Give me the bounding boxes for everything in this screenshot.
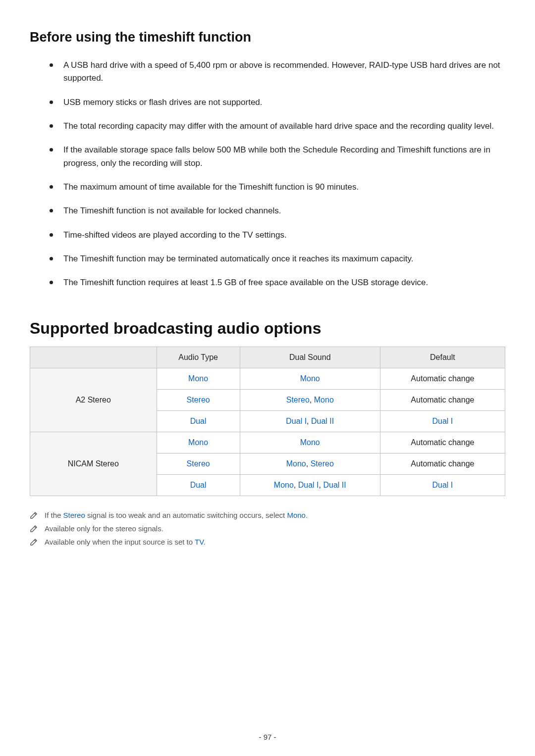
- default-cell: Automatic change: [380, 453, 505, 474]
- plain-text: .: [204, 538, 206, 546]
- audio-type-cell: Dual: [157, 474, 240, 496]
- plain-text: If the: [45, 511, 63, 519]
- footnote-text: If the Stereo signal is too weak and an …: [45, 511, 308, 519]
- footnote-text: Available only for the stereo signals.: [45, 524, 163, 533]
- dual-sound-cell: Mono: [240, 368, 380, 389]
- document-page: Before using the timeshift function A US…: [0, 0, 535, 756]
- footnote-row: Available only for the stereo signals.: [30, 524, 505, 533]
- link-text: Stereo: [187, 459, 210, 468]
- dual-sound-cell: Stereo, Mono: [240, 389, 380, 410]
- audio-type-cell: Mono: [157, 432, 240, 453]
- row-group-label: NICAM Stereo: [30, 432, 157, 496]
- link-text: Dual II: [311, 417, 334, 425]
- column-header: Dual Sound: [240, 347, 380, 368]
- footnote-row: Available only when the input source is …: [30, 538, 505, 546]
- table-header-row: Audio Type Dual Sound Default: [30, 347, 505, 368]
- list-item: The Timeshift function may be terminated…: [50, 252, 505, 265]
- link-text: Mono: [287, 511, 306, 519]
- link-text: Dual II: [323, 481, 346, 489]
- link-text: Mono: [300, 374, 320, 383]
- audio-type-cell: Dual: [157, 410, 240, 432]
- footnotes: If the Stereo signal is too weak and an …: [30, 511, 505, 546]
- timeshift-bullet-list: A USB hard drive with a speed of 5,400 r…: [50, 59, 505, 290]
- plain-text: ,: [310, 396, 314, 404]
- list-item: USB memory sticks or flash drives are no…: [50, 96, 505, 109]
- pencil-icon: [30, 511, 38, 519]
- plain-text: Available only for the stereo signals.: [45, 524, 163, 533]
- plain-text: .: [306, 511, 308, 519]
- plain-text: signal is too weak and an automatic swit…: [85, 511, 287, 519]
- list-item: The total recording capacity may differ …: [50, 120, 505, 133]
- footnote-row: If the Stereo signal is too weak and an …: [30, 511, 505, 519]
- list-item: The maximum amount of time available for…: [50, 181, 505, 194]
- table-row: A2 StereoMonoMonoAutomatic change: [30, 368, 505, 389]
- default-cell: Automatic change: [380, 432, 505, 453]
- link-text: Dual I: [432, 417, 453, 425]
- default-cell: Automatic change: [380, 389, 505, 410]
- dual-sound-cell: Dual I, Dual II: [240, 410, 380, 432]
- link-text: Dual: [190, 481, 207, 489]
- link-text: Mono: [188, 438, 208, 447]
- plain-text: Automatic change: [411, 374, 474, 383]
- link-text: Dual I: [286, 417, 307, 425]
- pencil-icon: [30, 525, 38, 533]
- link-text: Stereo: [187, 396, 210, 404]
- audio-options-table: Audio Type Dual Sound Default A2 StereoM…: [30, 347, 505, 496]
- list-item: The Timeshift function is not available …: [50, 204, 505, 217]
- link-text: Stereo: [311, 459, 334, 468]
- link-text: Dual: [190, 417, 207, 425]
- section-heading-timeshift: Before using the timeshift function: [30, 30, 505, 45]
- default-cell: Dual I: [380, 410, 505, 432]
- pencil-icon: [30, 538, 38, 546]
- link-text: Mono: [188, 374, 208, 383]
- link-text: Mono: [274, 481, 294, 489]
- audio-type-cell: Mono: [157, 368, 240, 389]
- footnote-text: Available only when the input source is …: [45, 538, 206, 546]
- plain-text: ,: [294, 481, 298, 489]
- plain-text: Automatic change: [411, 396, 474, 404]
- list-item: If the available storage space falls bel…: [50, 144, 505, 170]
- plain-text: Automatic change: [411, 459, 474, 468]
- link-text: Mono: [300, 438, 320, 447]
- plain-text: Automatic change: [411, 438, 474, 447]
- link-text: Dual I: [298, 481, 319, 489]
- audio-type-cell: Stereo: [157, 389, 240, 410]
- list-item: The Timeshift function requires at least…: [50, 276, 505, 289]
- default-cell: Automatic change: [380, 368, 505, 389]
- table-row: NICAM StereoMonoMonoAutomatic change: [30, 432, 505, 453]
- row-group-label: A2 Stereo: [30, 368, 157, 432]
- link-text: TV: [195, 538, 204, 546]
- column-header: Default: [380, 347, 505, 368]
- audio-type-cell: Stereo: [157, 453, 240, 474]
- column-header: Audio Type: [157, 347, 240, 368]
- table-corner-cell: [30, 347, 157, 368]
- list-item: Time-shifted videos are played according…: [50, 229, 505, 242]
- link-text: Dual I: [432, 481, 453, 489]
- section-heading-audio: Supported broadcasting audio options: [30, 319, 505, 338]
- link-text: Stereo: [286, 396, 310, 404]
- dual-sound-cell: Mono, Dual I, Dual II: [240, 474, 380, 496]
- plain-text: ,: [307, 417, 311, 425]
- link-text: Mono: [314, 396, 334, 404]
- dual-sound-cell: Mono: [240, 432, 380, 453]
- link-text: Mono: [286, 459, 306, 468]
- plain-text: ,: [306, 459, 311, 468]
- dual-sound-cell: Mono, Stereo: [240, 453, 380, 474]
- default-cell: Dual I: [380, 474, 505, 496]
- page-number: - 97 -: [0, 733, 535, 741]
- link-text: Stereo: [63, 511, 85, 519]
- plain-text: Available only when the input source is …: [45, 538, 195, 546]
- list-item: A USB hard drive with a speed of 5,400 r…: [50, 59, 505, 85]
